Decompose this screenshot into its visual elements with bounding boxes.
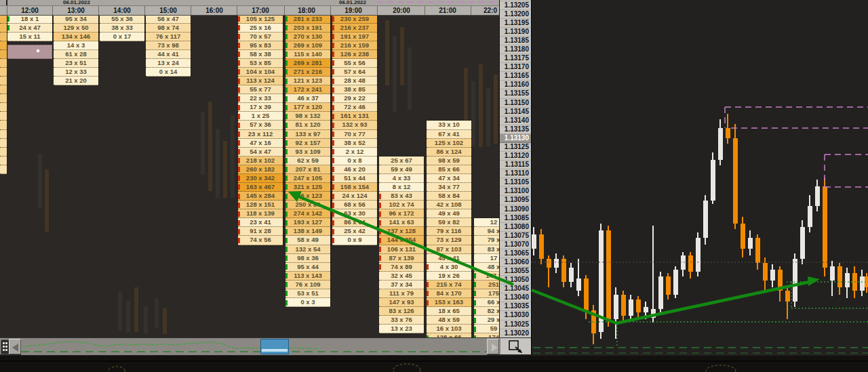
footprint-cell: 72 x 46 <box>332 103 377 112</box>
delta-mark-red <box>427 282 429 287</box>
delta-mark-green <box>285 264 288 270</box>
time-label: 20:00 <box>393 6 410 15</box>
delta-mark-green <box>285 300 288 306</box>
footprint-column-12:00: 18 x 124 x 4715 x 11 <box>7 15 52 41</box>
delta-mark-red <box>332 25 334 30</box>
ghost-candle <box>38 154 42 207</box>
footprint-column-18:00: 281 x 233203 x 191270 x 130269 x 109115 … <box>285 15 330 308</box>
footprint-cell: 270 x 130 <box>285 33 330 41</box>
footprint-cell: 216 x 237 <box>332 24 377 33</box>
time-label: 21:00 <box>439 6 456 15</box>
delta-mark-green <box>474 282 476 287</box>
candle-bearish <box>621 295 626 316</box>
footprint-cell: 95 x 34 <box>54 15 98 24</box>
price-label: 1.13050 <box>500 276 531 285</box>
footprint-cell: 0 x 9 <box>332 236 377 245</box>
footprint-cell: 63 x 30 <box>332 209 377 218</box>
time-label: 16:00 <box>205 6 223 15</box>
footprint-cell: 53 x 85 <box>238 59 283 68</box>
footprint-cell: 46 x 37 <box>285 94 330 103</box>
delta-mark-green <box>285 247 288 252</box>
delta-mark-red <box>379 220 381 226</box>
delta-mark-green <box>285 69 288 75</box>
candle-bullish <box>860 276 865 291</box>
delta-mark-green <box>285 273 288 278</box>
footprint-column-19:00: 230 x 259216 x 237191 x 197216 x 159126 … <box>332 15 377 245</box>
restore-scale-icon[interactable] <box>500 338 532 355</box>
delta-mark-red <box>332 16 334 22</box>
footprint-cell: 0 x 8 <box>332 157 377 165</box>
footprint-cell: 87 x 103 <box>427 245 471 254</box>
delta-mark-red <box>332 158 334 163</box>
delta-mark-red <box>238 211 240 217</box>
bottom-strip <box>0 354 868 372</box>
delta-mark-green <box>285 140 288 146</box>
delta-mark-green <box>285 43 288 48</box>
price-label: 1.13035 <box>500 302 531 311</box>
price-label: 1.13180 <box>500 45 531 54</box>
delta-mark-green <box>285 229 288 234</box>
footprint-cell: 44 x 41 <box>146 50 191 59</box>
scroll-right-button[interactable] <box>487 339 499 354</box>
delta-mark-red <box>238 96 240 102</box>
delta-mark-red <box>379 255 381 261</box>
selection-highlight[interactable] <box>7 45 52 59</box>
footprint-cell: 12 x <box>474 218 499 227</box>
delta-mark-red <box>238 69 240 75</box>
footprint-cell: 24 x 124 <box>332 192 377 201</box>
time-axis[interactable]: 12:0013:0014:0015:0016:0017:0018:0019:00… <box>0 6 499 16</box>
footprint-panel[interactable]: 18 x 124 x 4715 x 1195 x 34129 x 50134 x… <box>0 0 499 337</box>
candle-bearish <box>726 128 730 139</box>
candle-bullish <box>614 295 618 320</box>
footprint-cell: 29 x 1 <box>474 316 499 325</box>
footprint-cell: 24 x 47 <box>7 24 52 33</box>
footprint-cell: 177 x 120 <box>285 103 330 112</box>
footprint-cell: 15 x 11 <box>7 33 52 41</box>
delta-mark-red <box>332 69 334 75</box>
candle-bearish <box>636 299 641 312</box>
footprint-cell: 23 x 51 <box>54 59 98 68</box>
footprint-cell: 53 x 51 <box>285 289 330 298</box>
footprint-cell: 2 x 12 <box>332 148 377 157</box>
footprint-cell: 215 x 74 <box>427 281 471 289</box>
delta-mark-red <box>238 220 240 226</box>
footprint-cell-clipped <box>0 139 7 148</box>
price-label: 1.13145 <box>500 108 531 117</box>
scroll-left-button[interactable] <box>9 339 21 354</box>
navigator-track[interactable] <box>21 338 487 355</box>
ghost-candle <box>385 20 389 85</box>
delta-mark-red <box>238 16 240 22</box>
price-label: 1.13150 <box>500 99 531 108</box>
price-label: 1.13105 <box>500 178 531 187</box>
footprint-cell: 58 x 84 <box>427 192 471 201</box>
footprint-cell: 274 x 142 <box>285 209 330 218</box>
footprint-cell: 129 x 50 <box>54 24 98 33</box>
ghost-candle <box>163 308 167 334</box>
delta-mark-red <box>379 194 381 199</box>
candlestick-panel[interactable] <box>531 0 868 354</box>
footprint-cell: 104 x 104 <box>238 68 283 77</box>
scrollbar-thumb[interactable] <box>260 339 289 354</box>
footprint-cell: 55 x 56 <box>332 59 377 68</box>
time-label: 15:00 <box>159 6 177 15</box>
candle-bearish <box>837 266 842 287</box>
candle-bullish <box>651 309 656 318</box>
nav-scrollbar[interactable] <box>0 337 500 354</box>
candle-bearish <box>785 291 790 302</box>
footprint-cell: 145 x 284 <box>238 192 283 201</box>
price-scale[interactable]: 1.132101.132051.132001.131951.131901.131… <box>499 0 531 337</box>
price-label: 1.13205 <box>500 1 531 10</box>
candle-bullish <box>681 255 686 270</box>
footprint-cell: 172 x 241 <box>285 85 330 94</box>
footprint-cell: 85 x 66 <box>427 165 471 174</box>
footprint-cell: 73 x 98 <box>146 41 191 50</box>
candle-bullish <box>711 160 715 201</box>
footprint-cell: 250 x 80 <box>285 201 330 209</box>
delta-mark-red <box>379 203 381 208</box>
footprint-cell: 98 x 74 <box>146 24 191 33</box>
delta-mark-red <box>427 264 429 270</box>
footprint-cell: 28 x 48 <box>332 77 377 85</box>
delta-mark-green <box>285 131 288 137</box>
time-label: 17:00 <box>252 6 269 15</box>
delta-mark-red <box>332 149 334 154</box>
